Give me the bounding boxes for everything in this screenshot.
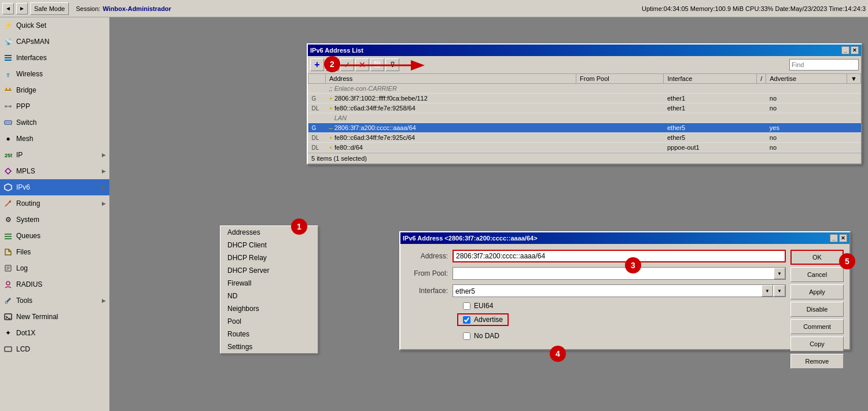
flag-cell: DL <box>308 103 326 113</box>
cancel-button[interactable]: Cancel <box>790 267 844 282</box>
toolbar-find <box>789 59 859 71</box>
disable-button[interactable]: Disable <box>790 302 844 317</box>
svg-text:255: 255 <box>5 153 12 158</box>
interface-select[interactable]: ether5 ▼ ▼ <box>453 284 786 297</box>
table-row[interactable]: G +2806:3f7:1002::ffff:f0ca:bebe/112 eth… <box>308 94 861 103</box>
copy-button[interactable]: Copy <box>790 336 844 351</box>
submenu-item-dhcp-server[interactable]: DHCP Server <box>220 264 318 277</box>
sidebar-item-switch[interactable]: Switch <box>0 114 109 131</box>
sidebar-item-quick-set[interactable]: ⚡ Quick Set <box>0 17 109 34</box>
comment-button[interactable]: Comment <box>790 319 844 334</box>
sidebar-item-label: Tools <box>16 297 98 305</box>
minimize-btn[interactable]: _ <box>841 46 849 54</box>
sidebar-item-ip[interactable]: 255 IP ▶ <box>0 147 109 163</box>
sidebar-item-interfaces[interactable]: Interfaces <box>0 50 109 66</box>
files-icon <box>3 247 13 257</box>
empty-cell <box>847 103 861 113</box>
disable-btn[interactable]: ✕ <box>355 58 369 71</box>
tools-arrow: ▶ <box>102 298 106 303</box>
sidebar-item-mpls[interactable]: MPLS ▶ <box>0 163 109 179</box>
table-row[interactable]: DL +fe80::c6ad:34ff:fe7e:9258/64 ether1 … <box>308 103 861 113</box>
address-input[interactable] <box>453 250 786 262</box>
sidebar-item-dot1x[interactable]: ✦ Dot1X <box>0 325 109 341</box>
routing-arrow: ▶ <box>102 201 106 206</box>
sidebar-item-label: IPv6 <box>16 183 98 191</box>
col-from-pool: From Pool <box>576 74 664 84</box>
no-dad-checkbox[interactable] <box>463 332 470 340</box>
sidebar-item-tools[interactable]: Tools ▶ <box>0 292 109 309</box>
interface-search-arrow[interactable]: ▼ <box>774 285 785 297</box>
table-container: Address From Pool Interface / Advertise … <box>308 74 861 153</box>
sidebar-item-ipv6[interactable]: IPv6 ▶ <box>0 179 109 195</box>
interface-cell: ether1 <box>664 94 757 103</box>
sidebar-item-wireless[interactable]: Wireless <box>0 66 109 82</box>
apply-button[interactable]: Apply <box>790 284 844 299</box>
ipv6-detail-titlebar: IPv6 Address <2806:3f7:a200:cccc::aaaa/6… <box>400 232 849 244</box>
col-sep: / <box>757 74 766 84</box>
from-pool-arrow[interactable]: ▼ <box>774 268 785 279</box>
submenu-item-settings[interactable]: Settings <box>220 340 318 353</box>
enable-btn[interactable]: ✓ <box>340 58 354 71</box>
sidebar-item-mesh[interactable]: ● Mesh <box>0 131 109 147</box>
sidebar-item-label: IP <box>16 151 98 159</box>
submenu-item-routes[interactable]: Routes <box>220 328 318 340</box>
close-btn[interactable]: ✕ <box>851 46 859 54</box>
advertise-checkbox[interactable] <box>463 316 470 324</box>
sidebar-item-label: Quick Set <box>16 21 106 29</box>
sidebar-item-files[interactable]: Files <box>0 244 109 260</box>
col-dropdown[interactable]: ▼ <box>847 74 861 84</box>
remove-btn[interactable]: − <box>325 58 339 71</box>
eui64-row: EUI64 <box>457 302 786 310</box>
from-pool-cell <box>576 123 664 133</box>
mpls-arrow: ▶ <box>102 168 106 174</box>
table-row[interactable]: DL +fe80::d/64 pppoe-out1 no <box>308 143 861 153</box>
sidebar-item-log[interactable]: Log <box>0 260 109 276</box>
add-btn[interactable]: + <box>310 58 324 71</box>
submenu-item-neighbors[interactable]: Neighbors <box>220 302 318 315</box>
sidebar-item-new-terminal[interactable]: New Terminal <box>0 309 109 325</box>
minimize-detail-btn[interactable]: _ <box>830 234 838 242</box>
sidebar-item-ppp[interactable]: PPP <box>0 98 109 114</box>
table-row[interactable]: LAN <box>308 113 861 123</box>
sep-cell <box>757 143 766 153</box>
sidebar-item-label: Bridge <box>16 86 106 94</box>
table-row[interactable]: ;; Enlace-con-CARRIER <box>308 84 861 94</box>
interface-dropdown-arrow[interactable]: ▼ <box>762 285 773 297</box>
eui64-checkbox[interactable] <box>463 302 470 310</box>
svg-rect-4 <box>5 90 12 91</box>
back-btn[interactable]: ◄ <box>2 3 14 14</box>
safe-mode-btn[interactable]: Safe Mode <box>30 2 69 15</box>
sidebar-item-system[interactable]: ⚙ System <box>0 212 109 228</box>
sidebar-item-label: MPLS <box>16 167 98 175</box>
sidebar-item-lcd[interactable]: LCD <box>0 341 109 357</box>
submenu-item-nd[interactable]: ND <box>220 290 318 302</box>
sidebar-item-label: System <box>16 216 106 224</box>
submenu-item-dhcp-client[interactable]: DHCP Client <box>220 239 318 251</box>
find-input[interactable] <box>789 59 859 71</box>
sidebar-item-radius[interactable]: RADIUS <box>0 276 109 292</box>
submenu-item-dhcp-relay[interactable]: DHCP Relay <box>220 251 318 264</box>
svg-point-11 <box>6 122 7 123</box>
submenu-item-pool[interactable]: Pool <box>220 315 318 328</box>
sidebar-item-queues[interactable]: Queues <box>0 228 109 244</box>
sidebar-item-bridge[interactable]: Bridge <box>0 82 109 98</box>
from-pool-select[interactable]: ▼ <box>453 267 786 280</box>
svg-rect-0 <box>5 55 12 56</box>
col-advertise: Advertise <box>766 74 847 84</box>
table-row[interactable]: DL +fe80::c6ad:34ff:fe7e:925c/64 ether5 … <box>308 133 861 143</box>
address-cell: +fe80::d/64 <box>326 143 576 153</box>
remove-button[interactable]: Remove <box>790 354 844 369</box>
submenu-item-firewall[interactable]: Firewall <box>220 277 318 290</box>
wireless-icon <box>3 69 13 79</box>
flag-cell: G <box>308 123 326 133</box>
close-detail-btn[interactable]: ✕ <box>839 234 847 242</box>
ok-button[interactable]: OK <box>790 250 844 265</box>
address-row: Address: <box>406 250 786 262</box>
table-row[interactable]: G –2806:3f7:a200:cccc::aaaa/64 ether5 ye… <box>308 123 861 133</box>
copy-btn[interactable]: ⬜ <box>370 58 384 71</box>
sidebar-item-capsman[interactable]: 📡 CAPsMAN <box>0 34 109 50</box>
filter-btn[interactable]: ⊽ <box>385 58 399 71</box>
forward-btn[interactable]: ► <box>16 3 28 14</box>
sidebar-item-routing[interactable]: Routing ▶ <box>0 195 109 212</box>
submenu-item-addresses[interactable]: Addresses <box>220 226 318 239</box>
